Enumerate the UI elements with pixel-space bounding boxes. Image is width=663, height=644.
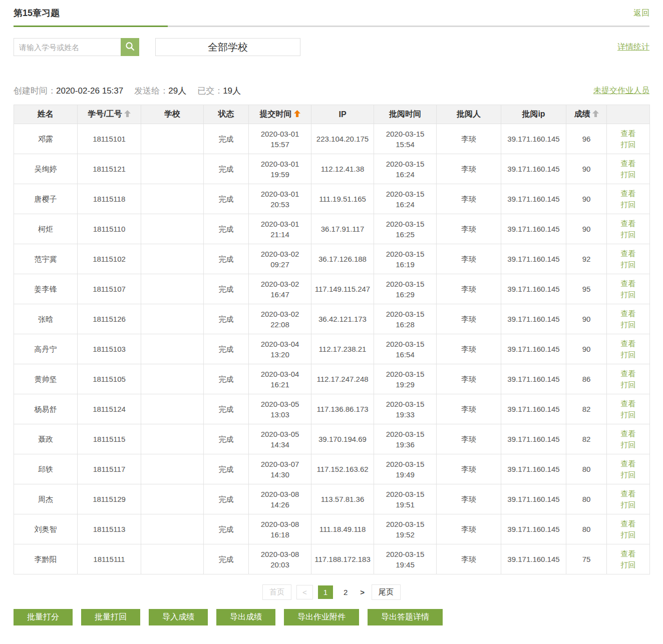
return-link[interactable]: 打回 [609,409,647,420]
view-link[interactable]: 查看 [609,428,647,439]
reviewer-cell: 李琰 [437,304,501,334]
review-time-cell: 2020-03-1516:29 [374,274,437,304]
pagination-last-button[interactable]: 尾页 [372,584,401,600]
batch-grade-button[interactable]: 批量打分 [14,609,73,625]
search-button[interactable] [121,38,139,56]
review-ip-cell: 39.171.160.145 [501,154,566,184]
score-cell: 86 [566,364,607,394]
pagination-page-1[interactable]: 1 [318,585,333,599]
filter-row: 全部学校 详情统计 [14,38,649,56]
school-cell [141,334,204,364]
col-header-ip: IP [311,105,374,124]
student-name-cell: 姜李锋 [14,274,78,304]
submit-ip-cell: 112.17.238.21 [311,334,374,364]
view-link[interactable]: 查看 [609,218,647,229]
export-homework-attachments-button[interactable]: 导出作业附件 [284,609,359,625]
review-time-cell: 2020-03-1519:52 [374,514,437,544]
return-link[interactable]: 打回 [609,319,647,330]
student-id-cell: 18115105 [78,364,141,394]
status-cell: 完成 [204,334,249,364]
school-cell [141,304,204,334]
school-filter-select[interactable]: 全部学校 [155,38,300,56]
col-header-reviewer: 批阅人 [437,105,501,124]
pagination-next-button[interactable]: > [358,585,367,599]
review-time-cell: 2020-03-1519:29 [374,364,437,394]
col-header-score[interactable]: 成绩 [566,105,607,124]
submitted-value: 19人 [223,85,241,97]
return-link[interactable]: 打回 [609,259,647,270]
col-header-student-id[interactable]: 学号/工号 [78,105,141,124]
view-link[interactable]: 查看 [609,518,647,529]
reviewer-cell: 李琰 [437,394,501,424]
return-link[interactable]: 打回 [609,499,647,510]
title-underline-active-segment [14,26,168,27]
search-input[interactable] [14,38,121,56]
review-time-cell: 2020-03-1519:36 [374,424,437,454]
return-link[interactable]: 打回 [609,229,647,240]
row-actions-cell: 查看打回 [607,364,650,394]
view-link[interactable]: 查看 [609,278,647,289]
review-ip-cell: 39.171.160.145 [501,424,566,454]
view-link[interactable]: 查看 [609,368,647,379]
return-link[interactable]: 打回 [609,529,647,540]
pagination-page-2[interactable]: 2 [338,585,353,599]
return-link[interactable]: 打回 [609,379,647,390]
view-link[interactable]: 查看 [609,338,647,349]
pagination-first-button[interactable]: 首页 [262,584,291,600]
detail-stats-link[interactable]: 详情统计 [617,42,649,53]
unsubmitted-students-link[interactable]: 未提交作业人员 [593,86,649,96]
return-link[interactable]: 打回 [609,169,647,180]
student-name-cell: 黄帅坚 [14,364,78,394]
return-link[interactable]: 打回 [609,199,647,210]
batch-return-button[interactable]: 批量打回 [81,609,140,625]
view-link[interactable]: 查看 [609,548,647,559]
student-id-cell: 18115113 [78,514,141,544]
export-scores-button[interactable]: 导出成绩 [216,609,275,625]
col-header-status: 状态 [204,105,249,124]
return-link[interactable]: 打回 [609,469,647,480]
col-header-school: 学校 [141,105,204,124]
view-link[interactable]: 查看 [609,128,647,139]
status-cell: 完成 [204,454,249,484]
score-cell: 82 [566,394,607,424]
review-ip-cell: 39.171.160.145 [501,394,566,424]
col-header-submit-time[interactable]: 提交时间 [249,105,311,124]
view-link[interactable]: 查看 [609,488,647,499]
review-time-cell: 2020-03-1516:19 [374,244,437,274]
student-name-cell: 柯炬 [14,214,78,244]
score-cell: 80 [566,514,607,544]
search-box [14,38,139,56]
return-link[interactable]: 打回 [609,349,647,360]
student-name-cell: 邱轶 [14,454,78,484]
score-cell: 92 [566,244,607,274]
student-id-cell: 18115129 [78,484,141,514]
submit-time-cell: 2020-03-0115:57 [249,124,311,154]
view-link[interactable]: 查看 [609,398,647,409]
view-link[interactable]: 查看 [609,158,647,169]
reviewer-cell: 李琰 [437,454,501,484]
submit-ip-cell: 39.170.194.69 [311,424,374,454]
status-cell: 完成 [204,364,249,394]
score-cell: 90 [566,154,607,184]
status-cell: 完成 [204,154,249,184]
return-link[interactable]: 打回 [609,439,647,450]
return-link[interactable]: 打回 [609,139,647,150]
return-link[interactable]: 打回 [609,289,647,300]
pagination-prev-button[interactable]: < [296,585,313,599]
import-scores-button[interactable]: 导入成绩 [149,609,208,625]
view-link[interactable]: 查看 [609,458,647,469]
score-cell: 90 [566,334,607,364]
return-link[interactable]: 打回 [609,559,647,570]
submit-ip-cell: 36.42.121.173 [311,304,374,334]
student-id-cell: 18115124 [78,394,141,424]
student-id-cell: 18115111 [78,544,141,574]
assignment-info-row: 创建时间： 2020-02-26 15:37 发送给： 29人 已交： 19人 … [14,85,649,97]
export-answer-details-button[interactable]: 导出答题详情 [368,609,443,625]
student-name-cell: 聂政 [14,424,78,454]
view-link[interactable]: 查看 [609,308,647,319]
back-link[interactable]: 返回 [633,8,649,19]
school-cell [141,244,204,274]
view-link[interactable]: 查看 [609,188,647,199]
student-name-cell: 吴绚婷 [14,154,78,184]
view-link[interactable]: 查看 [609,248,647,259]
